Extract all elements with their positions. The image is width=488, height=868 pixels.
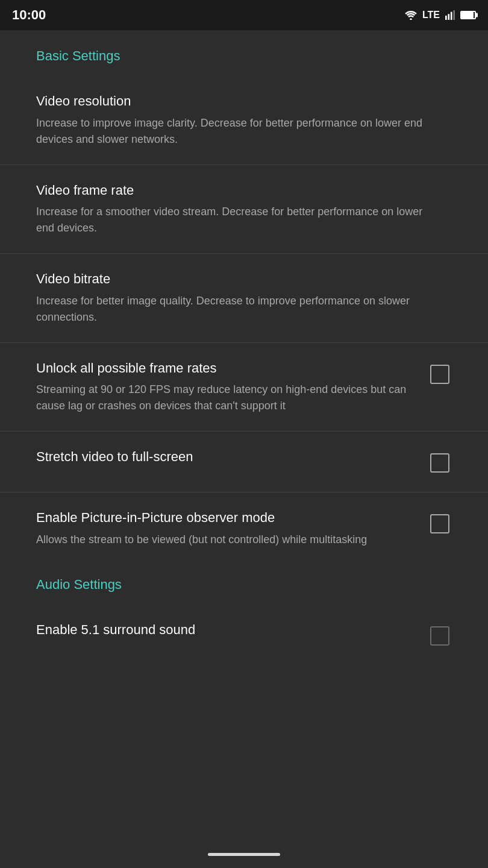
video-resolution-title: Video resolution xyxy=(36,93,440,110)
unlock-frame-rates-desc: Streaming at 90 or 120 FPS may reduce la… xyxy=(36,382,416,414)
basic-settings-header: Basic Settings xyxy=(0,48,488,76)
home-indicator xyxy=(208,853,280,856)
video-frame-rate-desc: Increase for a smoother video stream. De… xyxy=(36,204,440,236)
surround-sound-text: Enable 5.1 surround sound xyxy=(36,621,428,644)
video-bitrate-desc: Increase for better image quality. Decre… xyxy=(36,293,440,326)
wifi-icon xyxy=(404,10,418,20)
surround-sound-checkbox-container[interactable] xyxy=(428,624,452,648)
video-bitrate-title: Video bitrate xyxy=(36,271,440,288)
unlock-frame-rates-title: Unlock all possible frame rates xyxy=(36,360,416,377)
unlock-frame-rates-checkbox-container[interactable] xyxy=(428,362,452,386)
video-resolution-item[interactable]: Video resolution Increase to improve ima… xyxy=(0,76,488,165)
pip-observer-item[interactable]: Enable Picture-in-Picture observer mode … xyxy=(0,492,488,565)
pip-observer-checkbox[interactable] xyxy=(430,514,449,533)
unlock-frame-rates-text: Unlock all possible frame rates Streamin… xyxy=(36,360,428,415)
basic-settings-section: Basic Settings Video resolution Increase… xyxy=(0,48,488,565)
settings-content: Basic Settings Video resolution Increase… xyxy=(0,30,488,666)
unlock-frame-rates-item[interactable]: Unlock all possible frame rates Streamin… xyxy=(0,343,488,432)
stretch-fullscreen-checkbox-container[interactable] xyxy=(428,451,452,475)
svg-rect-4 xyxy=(453,10,455,20)
surround-sound-checkbox[interactable] xyxy=(430,626,449,646)
stretch-fullscreen-title: Stretch video to full-screen xyxy=(36,448,416,466)
surround-sound-title: Enable 5.1 surround sound xyxy=(36,621,416,639)
video-frame-rate-item[interactable]: Video frame rate Increase for a smoother… xyxy=(0,165,488,254)
audio-settings-header: Audio Settings xyxy=(0,577,488,605)
stretch-fullscreen-item[interactable]: Stretch video to full-screen xyxy=(0,432,488,492)
pip-observer-desc: Allows the stream to be viewed (but not … xyxy=(36,532,416,548)
video-bitrate-text: Video bitrate Increase for better image … xyxy=(36,271,452,326)
status-bar: 10:00 LTE xyxy=(0,0,488,30)
status-time: 10:00 xyxy=(12,7,46,23)
stretch-fullscreen-text: Stretch video to full-screen xyxy=(36,448,428,471)
surround-sound-item[interactable]: Enable 5.1 surround sound xyxy=(0,605,488,648)
audio-settings-section: Audio Settings Enable 5.1 surround sound xyxy=(0,577,488,648)
video-resolution-desc: Increase to improve image clarity. Decre… xyxy=(36,115,440,148)
battery-icon xyxy=(460,11,476,19)
lte-indicator: LTE xyxy=(422,10,440,20)
video-resolution-text: Video resolution Increase to improve ima… xyxy=(36,93,452,148)
signal-icon xyxy=(445,10,455,20)
video-frame-rate-text: Video frame rate Increase for a smoother… xyxy=(36,182,452,237)
svg-rect-2 xyxy=(448,14,449,20)
svg-point-0 xyxy=(410,18,412,20)
stretch-fullscreen-checkbox[interactable] xyxy=(430,453,449,473)
svg-rect-1 xyxy=(445,16,447,20)
pip-observer-checkbox-container[interactable] xyxy=(428,512,452,536)
svg-rect-3 xyxy=(451,12,452,20)
unlock-frame-rates-checkbox[interactable] xyxy=(430,365,449,384)
pip-observer-text: Enable Picture-in-Picture observer mode … xyxy=(36,509,428,548)
video-frame-rate-title: Video frame rate xyxy=(36,182,440,200)
pip-observer-title: Enable Picture-in-Picture observer mode xyxy=(36,509,416,527)
video-bitrate-item[interactable]: Video bitrate Increase for better image … xyxy=(0,254,488,343)
status-icons: LTE xyxy=(404,10,476,20)
